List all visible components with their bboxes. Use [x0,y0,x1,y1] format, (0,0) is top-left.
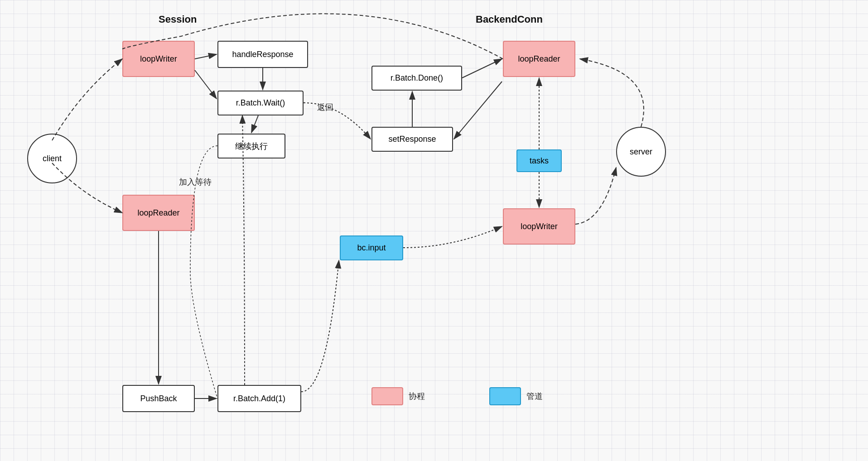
node-loopreader-backendconn: loopReader [503,41,575,77]
svg-line-5 [195,54,217,59]
node-loopreader-session: loopReader [122,195,195,231]
node-setresponse: setResponse [371,127,453,152]
node-loopwriter-session: loopWriter [122,41,195,77]
node-rbatchadd: r.Batch.Add(1) [217,385,301,412]
node-tasks: tasks [516,149,562,172]
group-label-session: Session [159,14,197,25]
node-server: server [616,127,666,177]
node-pushback: PushBack [122,385,195,412]
legend-blue-box [489,387,521,405]
svg-line-7 [195,70,217,99]
node-loopwriter-backendconn: loopWriter [503,208,575,245]
diagram-container: Session BackendConn client loopWriter ha… [0,0,868,461]
svg-line-8 [251,115,258,133]
node-handleresponse: handleResponse [217,41,308,68]
legend-coroutine: 协程 [371,387,425,405]
label-jiaru: 加入等待 [179,177,212,187]
node-rbatchdone: r.Batch.Done() [371,66,462,91]
node-client: client [27,134,77,183]
node-continueexec: 继续执行 [217,134,285,158]
legend-pipeline: 管道 [489,387,543,405]
legend-pink-box [371,387,403,405]
svg-line-11 [462,59,502,78]
node-rbatchwait: r.Batch.Wait() [217,91,304,115]
label-fanghui: 返回 [317,102,333,113]
group-label-backendconn: BackendConn [476,14,543,25]
node-bcinput: bc.input [340,235,403,260]
